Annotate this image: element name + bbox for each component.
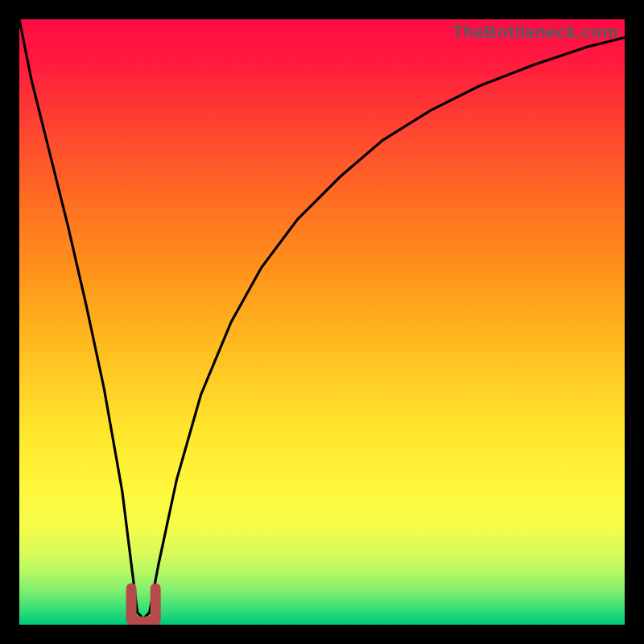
- chart-frame: TheBottleneck.com: [19, 19, 625, 625]
- watermark-label: TheBottleneck.com: [452, 22, 618, 43]
- chart-background: [19, 19, 625, 625]
- bottleneck-chart: [19, 19, 625, 625]
